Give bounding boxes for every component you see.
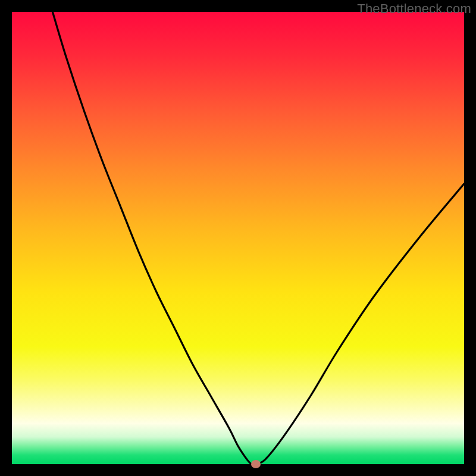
watermark-text: TheBottleneck.com — [357, 1, 471, 17]
chart-frame: TheBottleneck.com — [0, 0, 476, 476]
bottleneck-curve-path — [52, 12, 464, 464]
highlight-dot — [251, 460, 261, 468]
curve-svg — [12, 12, 464, 464]
plot-area — [12, 12, 464, 464]
